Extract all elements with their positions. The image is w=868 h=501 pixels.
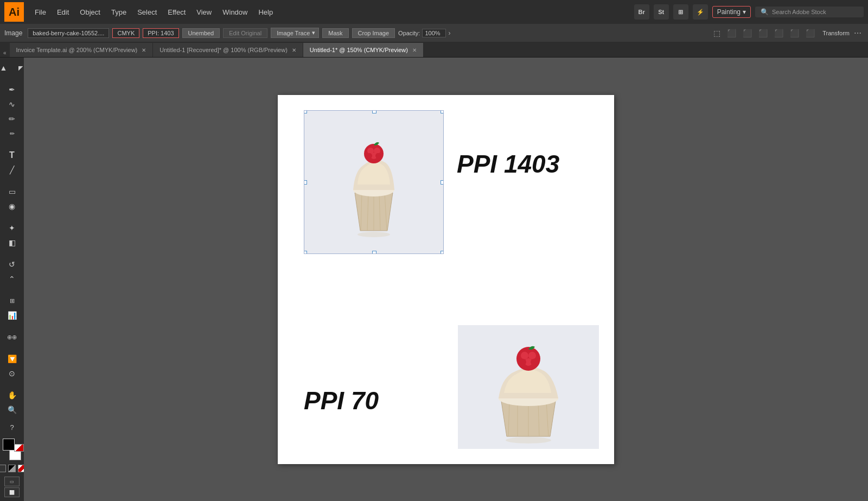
image-label: Image — [4, 29, 22, 37]
search-stock-box[interactable]: 🔍 Search Adobe Stock — [755, 7, 864, 17]
handle-ml[interactable] — [304, 180, 307, 185]
panels-collapse-button[interactable]: « — [0, 49, 10, 57]
align-icon-5[interactable]: ⬛ — [788, 28, 801, 39]
color-swatch-area[interactable] — [1, 439, 23, 460]
zoom-tool[interactable]: 🔍 — [4, 403, 20, 417]
cupcake-image-top — [325, 122, 423, 242]
handle-tl[interactable] — [304, 110, 307, 113]
image-toolbar: Image baked-berry-cake-10552.... CMYK PP… — [0, 24, 868, 42]
handle-tr[interactable] — [441, 110, 444, 113]
paintbrush-tool[interactable]: ✏ — [4, 112, 20, 126]
crop-image-button[interactable]: Crop Image — [352, 28, 395, 38]
workspace-selector[interactable]: Painting ▾ — [712, 6, 751, 18]
type-tool[interactable]: T — [4, 148, 20, 162]
transform-label[interactable]: Transform — [822, 30, 850, 36]
handle-mr[interactable] — [441, 180, 444, 185]
svg-point-25 — [531, 359, 537, 365]
align-icon-3[interactable]: ⬛ — [756, 28, 770, 39]
menu-effect[interactable]: Effect — [162, 6, 191, 18]
menu-help[interactable]: Help — [253, 6, 278, 18]
tab-close-1[interactable]: ✕ — [142, 47, 146, 53]
pencil-tool[interactable]: ✏ — [4, 126, 20, 141]
line-tool[interactable]: ╱ — [4, 163, 20, 177]
ai-logo: Ai — [4, 2, 24, 22]
menu-file[interactable]: File — [29, 6, 52, 18]
canvas-image-bottom[interactable] — [458, 325, 599, 449]
mask-button[interactable]: Mask — [322, 28, 348, 38]
handle-br[interactable] — [441, 251, 444, 254]
menu-select[interactable]: Select — [132, 6, 162, 18]
menu-window[interactable]: Window — [217, 6, 253, 18]
selection-tool[interactable]: ▲ — [0, 61, 12, 75]
nav-tools: ✋ 🔍 — [4, 388, 20, 417]
svg-point-12 — [358, 232, 390, 237]
type-tools: T ╱ — [4, 148, 20, 177]
menu-view[interactable]: View — [191, 6, 217, 18]
tab-label-3: Untitled-1* @ 150% (CMYK/Preview) — [310, 47, 408, 53]
left-toolbar: ▲ ◤ ✒ ∿ ✏ ✏ T ╱ ▭ ◉ ✦ ◧ ↺ ⌃ — [0, 58, 24, 501]
workspace-switcher-icon[interactable]: ⊞ — [673, 4, 688, 20]
align-icon-1[interactable]: ⬛ — [725, 28, 738, 39]
search-icon: 🔍 — [761, 8, 769, 16]
tab-untitled-1-active[interactable]: Untitled-1* @ 150% (CMYK/Preview) ✕ — [303, 43, 424, 57]
draw-mode-icon[interactable]: ▭ — [4, 477, 20, 486]
align-icon-4[interactable]: ⬛ — [772, 28, 786, 39]
gradient-icon[interactable] — [8, 465, 16, 472]
shaper-tool[interactable]: ✦ — [4, 221, 20, 235]
toolbar-right-icons: ⬚ ⬛ ⬛ ⬛ ⬛ ⬛ ⬛ Transform ⋯ — [711, 28, 864, 39]
image-trace-chevron-icon: ▾ — [312, 29, 315, 36]
bridge-button[interactable]: Br — [634, 4, 649, 20]
handle-tm[interactable] — [372, 110, 376, 113]
search-stock-placeholder: Search Adobe Stock — [772, 9, 826, 15]
artboard-tool[interactable]: ⊞ — [4, 294, 20, 308]
stock-button[interactable]: St — [654, 4, 669, 20]
question-tool[interactable]: ? — [4, 420, 20, 434]
warp-tool[interactable]: ⌃ — [4, 272, 20, 286]
ppi-70-text: PPI 70 — [304, 386, 379, 415]
opacity-chevron-icon[interactable]: › — [448, 29, 450, 37]
chart-tool[interactable]: 📊 — [4, 308, 20, 322]
left-toolbar-bottom: ? ▭ ⬜ — [0, 420, 25, 501]
foreground-color-swatch[interactable] — [3, 439, 15, 451]
thunder-icon[interactable]: ⚡ — [693, 4, 708, 20]
symbol-sprayer-tool[interactable]: ⊕⊕ — [4, 330, 20, 344]
screen-mode-icon[interactable]: ⬜ — [4, 487, 20, 497]
top-menu-bar: Ai File Edit Object Type Select Effect V… — [0, 0, 868, 24]
menu-object[interactable]: Object — [74, 6, 106, 18]
edit-original-button[interactable]: Edit Original — [223, 28, 267, 38]
tab-close-2[interactable]: ✕ — [292, 47, 296, 53]
handle-bm[interactable] — [372, 251, 376, 254]
handle-bl[interactable] — [304, 251, 307, 254]
rotate-tool[interactable]: ↺ — [4, 257, 20, 271]
tabs-bar: « Invoice Template.ai @ 200% (CMYK/Previ… — [0, 42, 868, 58]
blend-tool[interactable]: ⊙ — [4, 366, 20, 380]
color-mode-info: CMYK — [112, 28, 139, 38]
menu-edit[interactable]: Edit — [52, 6, 74, 18]
eraser-tool[interactable]: ◧ — [4, 236, 20, 250]
arrange-icon-1[interactable]: ⬚ — [711, 28, 723, 39]
image-trace-button[interactable]: Image Trace ▾ — [271, 28, 319, 38]
misc-tools: ⊞ 📊 — [4, 294, 20, 322]
canvas-area: PPI 1403 PPI 70 — [24, 58, 868, 501]
pen-tool[interactable]: ✒ — [4, 83, 20, 97]
canvas-image-top[interactable] — [304, 110, 444, 254]
curvature-tool[interactable]: ∿ — [4, 97, 20, 111]
eyedropper-tool[interactable]: 🔽 — [4, 352, 20, 366]
color-mode-icons — [0, 465, 25, 472]
align-icon-6[interactable]: ⬛ — [803, 28, 817, 39]
tab-invoice-template[interactable]: Invoice Template.ai @ 200% (CMYK/Preview… — [10, 43, 154, 57]
svg-point-22 — [528, 352, 536, 359]
more-options-icon[interactable]: ⋯ — [852, 28, 864, 39]
rectangle-tool[interactable]: ▭ — [4, 185, 20, 199]
unembed-button[interactable]: Unembed — [182, 28, 220, 38]
view-tools: 🔽 ⊙ — [4, 352, 20, 380]
tab-close-3[interactable]: ✕ — [412, 47, 417, 53]
menu-type[interactable]: Type — [106, 6, 132, 18]
tab-untitled-1-recovered[interactable]: Untitled-1 [Recovered]* @ 100% (RGB/Prev… — [153, 43, 303, 57]
opacity-input[interactable] — [422, 29, 446, 37]
svg-point-24 — [520, 359, 526, 365]
align-icon-2[interactable]: ⬛ — [741, 28, 754, 39]
none-color-icon[interactable] — [0, 465, 6, 472]
hand-tool[interactable]: ✋ — [4, 388, 20, 402]
blob-brush-tool[interactable]: ◉ — [4, 199, 20, 213]
